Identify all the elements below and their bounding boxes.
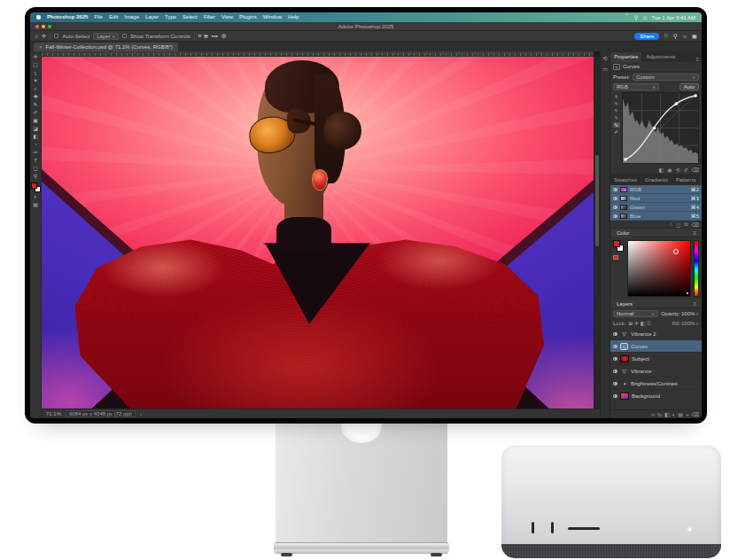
pen-tool[interactable]: ✑ — [31, 149, 41, 156]
visibility-eye-icon[interactable] — [613, 197, 617, 200]
control-center-icon[interactable]: ⚌ — [642, 14, 647, 20]
gear-icon[interactable]: ⚙ — [221, 33, 227, 40]
targeted-adjust-icon[interactable]: ✛ — [614, 94, 618, 99]
reset-icon[interactable]: ↺ — [683, 167, 687, 173]
move-tool[interactable]: ✛ — [31, 53, 41, 60]
visibility-eye-icon[interactable] — [613, 394, 617, 398]
hue-slider[interactable] — [694, 240, 699, 297]
layer-name[interactable]: Background — [632, 393, 660, 399]
visibility-eye-icon[interactable] — [613, 357, 617, 361]
wifi-icon[interactable]: ⌒ — [625, 13, 630, 21]
stamp-tool[interactable]: ▣ — [31, 117, 41, 124]
new-channel-icon[interactable]: ⧉ — [684, 222, 687, 228]
tab-adjustments[interactable]: Adjustments — [642, 52, 679, 62]
layer-effects-icon[interactable]: fx — [657, 412, 662, 417]
layer-name[interactable]: Vibrance 2 — [631, 331, 656, 337]
notifications-bell-icon[interactable]: ⚐ — [664, 33, 669, 40]
visibility-eye-icon[interactable] — [613, 332, 617, 336]
black-point-eyedropper-icon[interactable]: ✎ — [614, 101, 618, 106]
layer-thumbnail[interactable] — [620, 393, 629, 400]
lock-icons[interactable]: ⊞ ✛ ◧ ⚿ — [628, 320, 650, 327]
menu-image[interactable]: Image — [124, 12, 139, 22]
layer-name[interactable]: Curves — [631, 344, 648, 349]
saturation-brightness-field[interactable] — [627, 240, 691, 297]
tab-swatches[interactable]: Swatches — [610, 175, 641, 185]
vertical-scrollbar[interactable] — [594, 57, 600, 408]
color-picker-ring[interactable] — [673, 249, 679, 254]
tab-layers[interactable]: Layers — [613, 299, 636, 308]
zoom-window-button[interactable] — [48, 25, 51, 28]
home-icon[interactable]: ⌂ — [35, 33, 38, 39]
clip-to-layer-icon[interactable]: ◧ — [659, 167, 664, 173]
fill-control[interactable]: Fill: 100% ∨ — [672, 321, 699, 326]
visibility-eye-icon[interactable] — [613, 206, 617, 209]
layer-row-background[interactable]: Background — [610, 390, 702, 402]
zoom-tool[interactable]: ⚲ — [31, 173, 41, 180]
search-icon[interactable]: ⚲ — [673, 33, 678, 40]
close-window-button[interactable] — [35, 25, 39, 28]
preset-dropdown[interactable]: Custom ∨ — [633, 74, 699, 81]
layer-row-vibrance2[interactable]: ▽ Vibrance 2 — [610, 328, 702, 340]
panel-menu-icon[interactable]: ≡ — [693, 230, 699, 236]
white-point-eyedropper-icon[interactable]: ✎ — [614, 115, 618, 121]
channel-row-blue[interactable]: Blue ⌘5 — [610, 212, 702, 221]
workspace-switcher-icon[interactable]: ▣ — [692, 33, 697, 40]
menu-app-name[interactable]: Photoshop 2025 — [47, 12, 88, 22]
layer-row-subject[interactable]: Subject — [610, 353, 702, 365]
menu-help[interactable]: Help — [288, 12, 299, 22]
transform-controls-checkbox[interactable] — [122, 34, 127, 38]
tab-channels[interactable]: Channels — [700, 175, 702, 185]
foreground-color-swatch[interactable] — [613, 240, 620, 247]
menu-bar-clock[interactable]: Tue 1 Apr 9:41 AM — [652, 15, 695, 20]
layer-row-curves[interactable]: ∿ Curves — [610, 340, 702, 353]
layer-name[interactable]: Brightness/Contrast — [631, 381, 678, 386]
channel-row-rgb[interactable]: RGB ⌘2 — [610, 185, 702, 194]
tab-color[interactable]: Color — [613, 229, 633, 237]
visibility-eye-icon[interactable] — [613, 214, 617, 218]
panel-menu-icon[interactable]: ≡ — [693, 301, 699, 307]
edit-curve-icon[interactable]: ∿ — [613, 122, 620, 128]
link-layers-icon[interactable]: ∞ — [651, 412, 655, 417]
visibility-eye-icon[interactable] — [613, 188, 617, 191]
new-adjustment-icon[interactable]: ◐ — [672, 412, 676, 417]
align-icons[interactable]: ≡ ≣ — [198, 33, 208, 40]
menu-type[interactable]: Type — [165, 12, 176, 22]
discover-icon[interactable]: ☼ — [682, 33, 687, 39]
close-tab-icon[interactable]: × — [39, 44, 43, 50]
menu-window[interactable]: Window — [263, 12, 282, 22]
menu-filter[interactable]: Filter — [204, 12, 215, 22]
tab-patterns[interactable]: Patterns — [672, 175, 699, 185]
document-tab[interactable]: × Fall-Winter-Collection.psd @ 71.1% (Cu… — [34, 43, 178, 51]
menu-edit[interactable]: Edit — [109, 12, 118, 22]
delete-channel-icon[interactable]: ⌫ — [692, 222, 699, 228]
dodge-tool[interactable]: ◔ — [31, 141, 41, 148]
apple-logo-icon[interactable] — [36, 15, 41, 19]
previous-state-icon[interactable]: ⟲ — [675, 167, 680, 173]
layer-name[interactable]: Vibrance — [631, 369, 652, 374]
layer-row-vibrance[interactable]: ▽ Vibrance — [610, 365, 702, 377]
delete-adjustment-icon[interactable]: ⌫ — [692, 167, 699, 173]
foreground-color-swatch[interactable] — [31, 183, 37, 189]
save-selection-icon[interactable]: ◻ — [676, 222, 680, 228]
menu-file[interactable]: File — [94, 12, 103, 22]
comments-panel-icon[interactable]: ▭ — [602, 66, 609, 73]
shape-tool[interactable]: ◻ — [31, 165, 41, 172]
minimize-window-button[interactable] — [42, 25, 45, 28]
type-tool[interactable]: T — [31, 157, 41, 164]
scrollbar-thumb[interactable] — [595, 155, 599, 246]
auto-button[interactable]: Auto — [680, 83, 699, 90]
tab-properties[interactable]: Properties — [610, 52, 641, 62]
lasso-tool[interactable]: ʅ — [31, 69, 41, 76]
gray-point-eyedropper-icon[interactable]: ✎ — [614, 108, 618, 113]
delete-layer-icon[interactable]: ⌫ — [692, 411, 699, 417]
visibility-icon[interactable]: ◉ — [667, 167, 672, 173]
more-options-icon[interactable]: ••• — [212, 33, 218, 39]
target-dropdown[interactable]: Layer ∨ — [93, 33, 119, 40]
visibility-eye-icon[interactable] — [613, 382, 617, 385]
zoom-level[interactable]: 71.1% — [46, 411, 61, 416]
crop-tool[interactable]: ⌗ — [31, 85, 41, 92]
channel-dropdown[interactable]: RGB ∨ — [613, 83, 659, 90]
draw-curve-icon[interactable]: ✐ — [614, 129, 618, 135]
history-panel-icon[interactable]: ⟲ — [602, 55, 609, 62]
new-layer-icon[interactable]: + — [686, 412, 689, 417]
